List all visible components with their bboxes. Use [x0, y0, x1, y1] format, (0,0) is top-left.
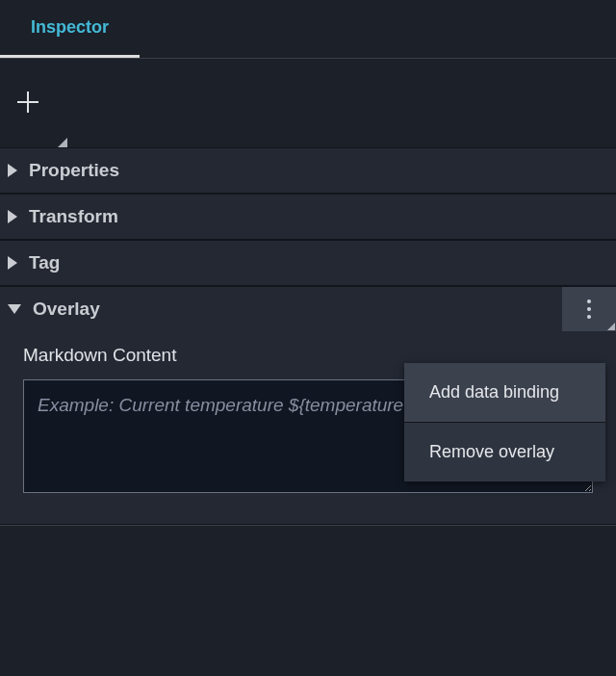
tab-inspector[interactable]: Inspector: [0, 0, 140, 58]
chevron-right-icon: [8, 256, 17, 270]
section-header-properties[interactable]: Properties: [0, 148, 616, 193]
section-label: Properties: [29, 160, 119, 181]
resize-corner-icon: [58, 138, 67, 147]
resize-corner-icon: [607, 323, 615, 330]
section-label: Tag: [29, 252, 60, 273]
menu-item-add-data-binding[interactable]: Add data binding: [404, 363, 605, 422]
chevron-right-icon: [8, 164, 17, 177]
toolbar: [0, 59, 616, 147]
section-header-overlay[interactable]: Overlay: [0, 287, 616, 331]
section-header-tag[interactable]: Tag: [0, 241, 616, 285]
menu-item-remove-overlay[interactable]: Remove overlay: [404, 423, 605, 481]
overlay-context-menu: Add data binding Remove overlay: [404, 363, 605, 481]
chevron-right-icon: [8, 210, 17, 223]
section-tag: Tag: [0, 240, 616, 286]
kebab-icon: [587, 299, 591, 319]
section-properties: Properties: [0, 147, 616, 194]
section-transform: Transform: [0, 194, 616, 240]
plus-icon: [15, 90, 40, 115]
add-button[interactable]: [13, 88, 42, 117]
tabs: Inspector: [0, 0, 616, 59]
empty-area: [0, 525, 616, 631]
overlay-more-button[interactable]: [562, 287, 616, 331]
section-label: Overlay: [33, 299, 100, 320]
section-header-transform[interactable]: Transform: [0, 195, 616, 239]
section-label: Transform: [29, 206, 118, 227]
chevron-down-icon: [8, 304, 21, 314]
